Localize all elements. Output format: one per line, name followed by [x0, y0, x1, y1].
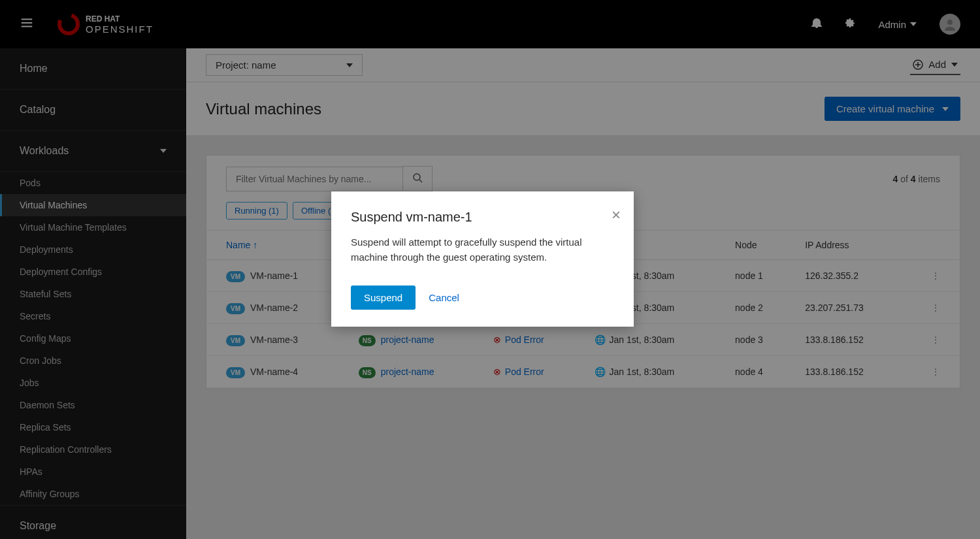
cancel-button[interactable]: Cancel [429, 292, 459, 303]
modal-body: Suspend vm-name-1 Suspend will attempt t… [331, 191, 634, 272]
suspend-modal: × Suspend vm-name-1 Suspend will attempt… [331, 191, 634, 327]
modal-text: Suspend will attempt to gracefully suspe… [351, 235, 614, 265]
modal-close-button[interactable]: × [612, 206, 621, 224]
modal-title: Suspend vm-name-1 [351, 210, 614, 225]
modal-footer: Suspend Cancel [331, 272, 634, 327]
suspend-button[interactable]: Suspend [351, 286, 416, 310]
